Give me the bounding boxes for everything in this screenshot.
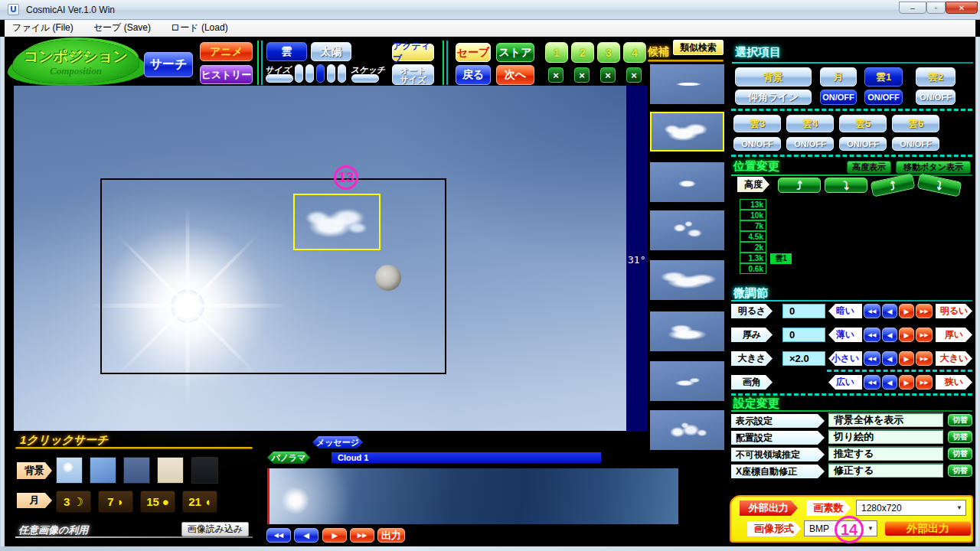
move-up-steep-button[interactable]: ⤴ bbox=[871, 173, 916, 197]
similar-search-button[interactable]: 類似検索 bbox=[673, 40, 724, 55]
load-image-button[interactable]: 画像読み込み bbox=[181, 522, 249, 536]
fov-rewind-icon[interactable]: ◀◀ bbox=[864, 375, 880, 390]
move-up-shallow-button[interactable]: ⤴ bbox=[778, 178, 821, 193]
slot-1-button[interactable]: 1 bbox=[545, 42, 568, 63]
move-buttons-button[interactable]: 移動ボタン表示 bbox=[896, 161, 971, 174]
pixels-dropdown[interactable]: 980x551 ▼ bbox=[856, 500, 966, 516]
cloud-selection-box[interactable] bbox=[293, 194, 381, 250]
next-button[interactable]: 次へ bbox=[496, 65, 534, 85]
select-cloud2-button[interactable]: 雲2 bbox=[916, 67, 956, 86]
brightness-ff-icon[interactable]: ▶▶ bbox=[916, 304, 933, 318]
xcoord-fix-toggle-button[interactable]: 切替 bbox=[948, 465, 972, 477]
thickness-ff-icon[interactable]: ▶▶ bbox=[916, 328, 933, 342]
display-setting-toggle-button[interactable]: 切替 bbox=[948, 414, 972, 426]
altitude-display-button[interactable]: 高度表示 bbox=[847, 161, 891, 174]
moon-phase-7-button[interactable]: 7◗ bbox=[98, 491, 133, 513]
fov-dec-icon[interactable]: ◀ bbox=[882, 375, 897, 390]
external-output-button[interactable]: 外部出力 bbox=[884, 521, 972, 536]
candidate-thumb-2-selected[interactable] bbox=[650, 112, 724, 152]
bg-preset-dusk-blue[interactable] bbox=[123, 457, 150, 484]
slot-1-close-icon[interactable]: × bbox=[548, 67, 564, 83]
thickness-dec-icon[interactable]: ◀ bbox=[882, 328, 897, 342]
autosize-button[interactable]: オート サイズ bbox=[392, 64, 434, 85]
slot-2-button[interactable]: 2 bbox=[571, 42, 594, 63]
angle-line-button[interactable]: 仰角ライン bbox=[735, 90, 812, 105]
candidate-thumb-7[interactable] bbox=[650, 361, 724, 401]
menu-save[interactable]: セーブ (Save) bbox=[93, 21, 151, 34]
sun-mode-button[interactable]: 太陽 bbox=[311, 42, 351, 61]
slot-4-button[interactable]: 4 bbox=[623, 42, 646, 63]
fov-min-label[interactable]: 広い bbox=[828, 375, 862, 390]
select-cloud5-button[interactable]: 雲5 bbox=[839, 115, 887, 132]
scale-rewind-icon[interactable]: ◀◀ bbox=[864, 351, 880, 366]
size-step-2[interactable] bbox=[305, 64, 314, 83]
scale-dec-icon[interactable]: ◀ bbox=[882, 351, 897, 366]
bg-preset-sunny[interactable] bbox=[56, 457, 83, 484]
panorama-preview[interactable] bbox=[267, 468, 678, 524]
bg-preset-blue[interactable] bbox=[90, 457, 116, 484]
cloud1-onoff-button[interactable]: ON/OFF bbox=[864, 90, 903, 105]
panorama-play-icon[interactable]: ▶ bbox=[322, 528, 347, 543]
cloud2-onoff-button[interactable]: ON/OFF bbox=[916, 90, 956, 105]
moon-phase-3-button[interactable]: 3☽ bbox=[56, 491, 91, 513]
thickness-value[interactable]: 0 bbox=[782, 328, 825, 342]
search-button[interactable]: サーチ bbox=[144, 52, 193, 77]
history-button[interactable]: ヒストリー bbox=[200, 65, 253, 84]
slot-3-button[interactable]: 3 bbox=[597, 42, 620, 63]
active-button[interactable]: アクティブ bbox=[392, 44, 434, 61]
size-step-3-selected[interactable] bbox=[316, 64, 325, 83]
back-button[interactable]: 戻る bbox=[456, 65, 491, 85]
cloud-mode-button[interactable]: 雲 bbox=[266, 42, 307, 61]
fov-max-label[interactable]: 狭い bbox=[936, 375, 972, 390]
brightness-inc-icon[interactable]: ▶ bbox=[899, 304, 914, 318]
select-cloud6-button[interactable]: 雲6 bbox=[892, 115, 939, 132]
moon-phase-15-button[interactable]: 15● bbox=[140, 491, 175, 513]
thickness-max-label[interactable]: 厚い bbox=[936, 328, 972, 342]
slot-3-close-icon[interactable]: × bbox=[600, 67, 616, 83]
moon-onoff-button[interactable]: ON/OFF bbox=[820, 90, 857, 105]
select-cloud4-button[interactable]: 雲4 bbox=[786, 115, 834, 132]
moon-phase-21-button[interactable]: 21◖ bbox=[182, 491, 217, 513]
brightness-value[interactable]: 0 bbox=[782, 304, 825, 318]
bg-preset-night[interactable] bbox=[191, 457, 218, 484]
cloud3-onoff-button[interactable]: ON/OFF bbox=[733, 137, 781, 151]
maximize-button[interactable]: ▫ bbox=[926, 2, 946, 14]
move-down-shallow-button[interactable]: ⤵ bbox=[825, 178, 867, 193]
scale-value[interactable]: ×2.0 bbox=[782, 351, 825, 366]
menu-load[interactable]: ロード (Load) bbox=[171, 21, 228, 34]
candidate-thumb-3[interactable] bbox=[650, 162, 724, 202]
thickness-inc-icon[interactable]: ▶ bbox=[899, 328, 914, 342]
move-down-steep-button[interactable]: ⤵ bbox=[917, 173, 962, 197]
size-step-5[interactable] bbox=[338, 64, 346, 83]
cloud5-onoff-button[interactable]: ON/OFF bbox=[839, 137, 887, 151]
minimize-button[interactable]: – bbox=[899, 2, 926, 14]
scale-max-label[interactable]: 大きい bbox=[936, 351, 972, 366]
brightness-rewind-icon[interactable]: ◀◀ bbox=[864, 304, 880, 318]
cloud6-onoff-button[interactable]: ON/OFF bbox=[892, 137, 939, 151]
placement-setting-toggle-button[interactable]: 切替 bbox=[948, 431, 972, 443]
size-step-1[interactable] bbox=[295, 64, 303, 83]
brightness-min-label[interactable]: 暗い bbox=[828, 304, 862, 318]
panorama-forward-icon[interactable]: ▶▶ bbox=[350, 528, 374, 543]
panorama-prev-icon[interactable]: ◀ bbox=[294, 528, 318, 543]
brightness-dec-icon[interactable]: ◀ bbox=[882, 304, 897, 318]
select-moon-button[interactable]: 月 bbox=[820, 67, 857, 86]
candidate-thumb-4[interactable] bbox=[650, 210, 724, 250]
store-button[interactable]: ストア bbox=[496, 43, 534, 62]
fov-inc-icon[interactable]: ▶ bbox=[899, 375, 914, 390]
scale-inc-icon[interactable]: ▶ bbox=[899, 351, 914, 366]
scale-min-label[interactable]: 小さい bbox=[828, 351, 862, 366]
close-button[interactable]: ✕ bbox=[946, 2, 978, 14]
bg-preset-haze[interactable] bbox=[157, 457, 184, 484]
brightness-max-label[interactable]: 明るい bbox=[936, 304, 972, 318]
candidate-thumb-6[interactable] bbox=[650, 311, 724, 351]
select-cloud3-button[interactable]: 雲3 bbox=[733, 115, 781, 132]
slot-2-close-icon[interactable]: × bbox=[574, 67, 590, 83]
panorama-rewind-icon[interactable]: ◀◀ bbox=[266, 528, 291, 543]
output-button[interactable]: 出力 bbox=[377, 528, 405, 543]
sky-canvas[interactable]: 13 bbox=[14, 86, 626, 431]
thickness-rewind-icon[interactable]: ◀◀ bbox=[864, 328, 880, 342]
slot-4-close-icon[interactable]: × bbox=[626, 67, 642, 83]
save-button[interactable]: セーブ bbox=[456, 43, 491, 62]
fov-ff-icon[interactable]: ▶▶ bbox=[916, 375, 933, 390]
